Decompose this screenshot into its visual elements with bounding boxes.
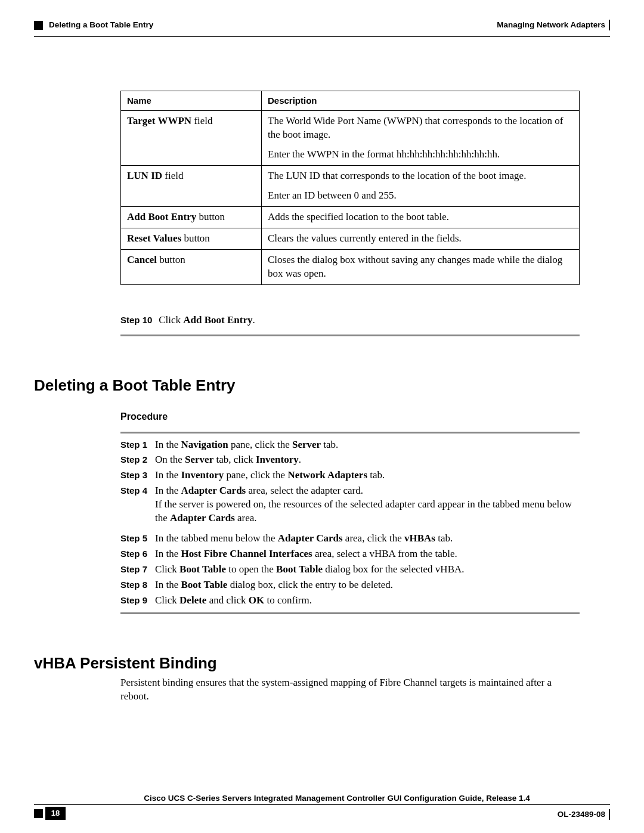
step-number: Step 8	[120, 578, 155, 591]
step-text: In the Inventory pane, click the Network…	[155, 469, 580, 482]
section-divider	[120, 335, 580, 336]
table-row: Cancel buttonCloses the dialog box witho…	[121, 250, 580, 285]
procedure-step-row: Step 4In the Adapter Cards area, select …	[120, 484, 580, 525]
procedure-subheading: Procedure	[120, 410, 610, 423]
step-number: Step 3	[120, 469, 155, 481]
table-cell-name: Add Boot Entry button	[121, 207, 262, 228]
table-cell-name: Target WWPN field	[121, 111, 262, 166]
step-text: On the Server tab, click Inventory.	[155, 453, 580, 467]
procedure-top-rule	[120, 432, 580, 433]
table-cell-name: Reset Values button	[121, 228, 262, 250]
header-square-icon	[34, 21, 43, 30]
page-header: Deleting a Boot Table Entry Managing Net…	[34, 20, 610, 30]
step-text: In the Adapter Cards area, select the ad…	[155, 484, 580, 525]
page-number: 18	[45, 807, 66, 820]
step-text: In the Host Fibre Channel Interfaces are…	[155, 547, 580, 561]
field-reference-table: Name Description Target WWPN fieldThe Wo…	[120, 91, 580, 285]
table-row: Add Boot Entry buttonAdds the specified …	[121, 207, 580, 228]
step-number: Step 9	[120, 594, 155, 606]
procedure-step-row: Step 3In the Inventory pane, click the N…	[120, 469, 580, 482]
procedure-step-row: Step 6In the Host Fibre Channel Interfac…	[120, 547, 580, 561]
header-left-text: Deleting a Boot Table Entry	[49, 20, 153, 30]
step-text: In the Boot Table dialog box, click the …	[155, 578, 580, 592]
procedure-steps: Step 1In the Navigation pane, click the …	[120, 438, 580, 608]
step-10-label: Step 10	[120, 314, 156, 326]
footer-doc-title: Cisco UCS C-Series Servers Integrated Ma…	[64, 793, 610, 804]
footer-doc-id: OL-23489-08	[558, 809, 610, 820]
step-number: Step 7	[120, 563, 155, 575]
table-header-description: Description	[262, 91, 580, 111]
persistent-binding-para: Persistent binding ensures that the syst…	[120, 676, 580, 704]
header-divider	[34, 36, 610, 37]
section-title-persistent: vHBA Persistent Binding	[34, 653, 610, 674]
table-row: Reset Values buttonClears the values cur…	[121, 228, 580, 250]
step-text: In the tabbed menu below the Adapter Car…	[155, 532, 580, 546]
step-number: Step 2	[120, 453, 155, 466]
table-cell-description: Closes the dialog box without saving any…	[262, 250, 580, 285]
step-text: Click Boot Table to open the Boot Table …	[155, 563, 580, 577]
footer-square-icon	[34, 809, 43, 818]
procedure-step-row: Step 7Click Boot Table to open the Boot …	[120, 563, 580, 577]
step-10-row: Step 10 Click Add Boot Entry.	[120, 314, 610, 327]
table-cell-description: Adds the specified location to the boot …	[262, 207, 580, 228]
step-text: Click Delete and click OK to confirm.	[155, 594, 580, 608]
table-row: Target WWPN fieldThe World Wide Port Nam…	[121, 111, 580, 166]
table-row: LUN ID fieldThe LUN ID that corresponds …	[121, 166, 580, 207]
page-footer: Cisco UCS C-Series Servers Integrated Ma…	[34, 793, 610, 820]
header-right-text: Managing Network Adapters	[497, 20, 610, 30]
table-cell-description: The LUN ID that corresponds to the locat…	[262, 166, 580, 207]
table-cell-description: Clears the values currently entered in t…	[262, 228, 580, 250]
procedure-step-row: Step 8In the Boot Table dialog box, clic…	[120, 578, 580, 592]
table-cell-description: The World Wide Port Name (WWPN) that cor…	[262, 111, 580, 166]
procedure-step-row: Step 5In the tabbed menu below the Adapt…	[120, 532, 580, 546]
step-10-text: Click Add Boot Entry.	[159, 314, 255, 326]
step-text: In the Navigation pane, click the Server…	[155, 438, 580, 452]
step-number: Step 6	[120, 547, 155, 560]
procedure-bottom-rule	[120, 612, 580, 614]
procedure-step-row: Step 9Click Delete and click OK to confi…	[120, 594, 580, 608]
step-number: Step 5	[120, 532, 155, 544]
procedure-step-row: Step 1In the Navigation pane, click the …	[120, 438, 580, 452]
section-title-deleting: Deleting a Boot Table Entry	[34, 375, 610, 396]
table-cell-name: LUN ID field	[121, 166, 262, 207]
step-number: Step 1	[120, 438, 155, 451]
table-cell-name: Cancel button	[121, 250, 262, 285]
procedure-step-row: Step 2On the Server tab, click Inventory…	[120, 453, 580, 467]
step-number: Step 4	[120, 484, 155, 497]
table-header-name: Name	[121, 91, 262, 111]
